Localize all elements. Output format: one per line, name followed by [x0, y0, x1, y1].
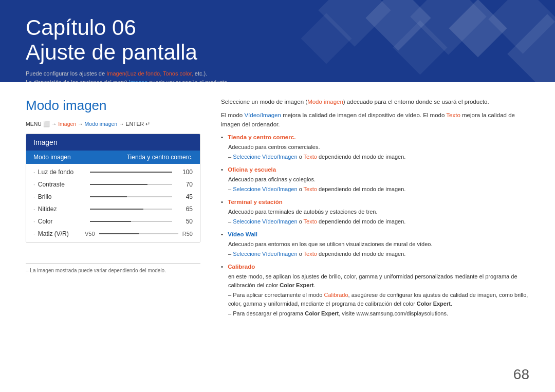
panel-body: ·Luz de fondo 100 ·Contraste 70 ·Brillo …	[26, 164, 200, 242]
section-title: Modo imagen	[26, 98, 200, 114]
footer-note: – La imagen mostrada puede variar depend…	[26, 263, 200, 273]
page-header: Capítulo 06 Ajuste de pantalla Puede con…	[0, 0, 555, 82]
main-content: Modo imagen MENU ⬜ → Imagen → Modo image…	[0, 82, 555, 392]
list-item-calibrado: Calibrado en este modo, se aplican los a…	[221, 263, 529, 318]
row-nitidez: ·Nitidez 65	[26, 203, 200, 215]
page-title: Capítulo 06 Ajuste de pantalla	[26, 15, 529, 65]
row-brillo: ·Brillo 45	[26, 191, 200, 203]
row-luz-de-fondo: ·Luz de fondo 100	[26, 166, 200, 178]
list-item-videowall: Vídeo Wall Adecuado para entornos en los…	[221, 230, 529, 258]
panel-selected-row: Modo imagen Tienda y centro comerc.	[26, 151, 200, 164]
image-panel: Imagen Modo imagen Tienda y centro comer…	[26, 134, 200, 242]
left-column: Modo imagen MENU ⬜ → Imagen → Modo image…	[26, 98, 200, 382]
list-item-terminal: Terminal y estación Adecuado para termin…	[221, 198, 529, 226]
list-item-tienda: Tienda y centro comerc. Adecuado para ce…	[221, 133, 529, 161]
list-item-oficina: Oficina y escuela Adecuado para oficinas…	[221, 165, 529, 194]
panel-header: Imagen	[26, 134, 200, 151]
page-number: 68	[513, 366, 529, 383]
intro-paragraph-2: El modo Vídeo/Imagen mejora la calidad d…	[221, 111, 529, 129]
row-color: ·Color 50	[26, 215, 200, 228]
menu-path: MENU ⬜ → Imagen → Modo imagen → ENTER ↵	[26, 121, 200, 127]
header-subtitle: Puede configurar los ajustes de Imagen(L…	[26, 69, 529, 82]
row-contraste: ·Contraste 70	[26, 178, 200, 191]
mode-list: Tienda y centro comerc. Adecuado para ce…	[221, 133, 529, 318]
intro-paragraph-1: Seleccione un modo de imagen (Modo image…	[221, 98, 529, 107]
row-matiz: ·Matiz (V/R) V50 R50	[26, 228, 200, 240]
right-column: Seleccione un modo de imagen (Modo image…	[221, 98, 529, 382]
